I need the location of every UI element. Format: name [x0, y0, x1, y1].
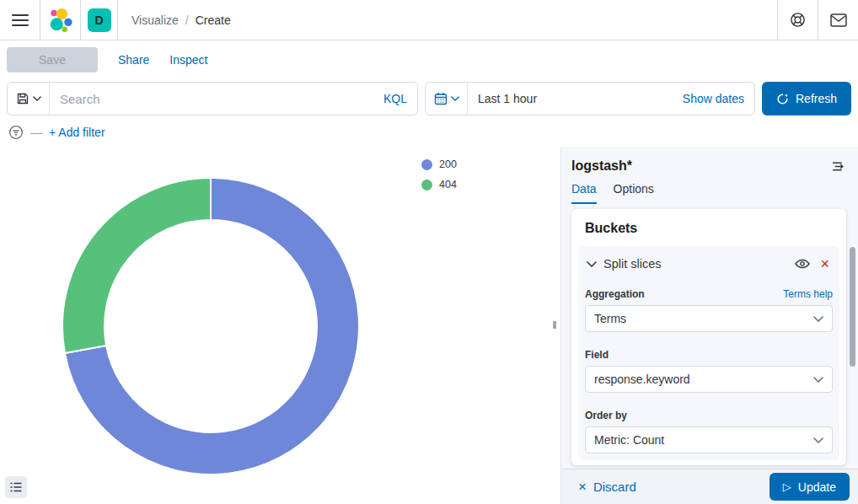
chevron-down-icon: [451, 96, 459, 101]
split-slices-panel: Split slices ×: [578, 246, 839, 460]
refresh-button[interactable]: Refresh: [762, 82, 851, 115]
visualize-toolbar: Save Share Inspect: [0, 40, 858, 79]
query-language-button[interactable]: KQL: [373, 92, 417, 105]
save-button[interactable]: Save: [7, 47, 98, 72]
chevron-down-icon: [587, 261, 597, 267]
field-label: Field: [585, 349, 609, 361]
calendar-icon: [434, 92, 448, 105]
saved-queries-menu-button[interactable]: [8, 83, 50, 115]
aggregation-label-row: Aggregation Terms help: [585, 288, 833, 300]
split-slices-label: Split slices: [603, 257, 786, 271]
update-button[interactable]: ▷ Update: [770, 473, 850, 501]
chevron-down-icon: [33, 96, 41, 101]
space-badge[interactable]: D: [88, 8, 111, 32]
list-icon: [10, 482, 22, 492]
legend-dot-200: [421, 159, 432, 170]
remove-bucket-button[interactable]: ×: [818, 256, 831, 271]
field-select[interactable]: response.keyword: [585, 366, 833, 393]
visualization-chart-area: 200 404: [0, 147, 549, 504]
filter-dash: —: [30, 126, 42, 139]
buckets-card: Buckets Split slices: [571, 209, 846, 465]
menu-right-icon: [832, 161, 846, 172]
refresh-label: Refresh: [796, 92, 837, 105]
main-content: 200 404 ‖ logstash*: [0, 147, 858, 504]
field-label-row: Field: [585, 349, 833, 361]
elastic-logo[interactable]: [40, 0, 81, 40]
save-query-icon: [16, 92, 29, 105]
mail-icon: [830, 13, 847, 27]
newsfeed-button[interactable]: [818, 0, 858, 40]
discard-label: Discard: [593, 480, 636, 494]
time-range-value[interactable]: Last 1 hour: [468, 92, 683, 105]
terms-help-link[interactable]: Terms help: [783, 288, 833, 300]
chart-legend: 200 404: [421, 158, 457, 190]
filter-icon[interactable]: [8, 125, 24, 140]
donut-chart: [59, 174, 362, 478]
play-icon: ▷: [783, 481, 791, 492]
show-dates-button[interactable]: Show dates: [683, 92, 754, 105]
resizer-grip-icon: ‖: [553, 319, 557, 331]
share-link[interactable]: Share: [118, 53, 149, 67]
discard-button[interactable]: × Discard: [578, 480, 636, 494]
elastic-logo-icon: [48, 8, 73, 33]
legend-item-200[interactable]: 200: [421, 158, 457, 170]
refresh-icon: [776, 93, 789, 105]
kibana-visualize-app: D Visualize / Create Save Share Inspect: [0, 0, 858, 504]
order-by-select[interactable]: Metric: Count: [585, 426, 833, 453]
toggle-visibility-button[interactable]: [793, 259, 812, 269]
help-button[interactable]: [777, 0, 818, 40]
date-picker-control: Last 1 hour Show dates: [425, 82, 755, 115]
buckets-title: Buckets: [585, 221, 839, 236]
tab-data[interactable]: Data: [571, 182, 597, 204]
visualization-editor-panel: logstash* Data Options Buckets: [560, 147, 858, 504]
update-label: Update: [798, 480, 836, 494]
hamburger-icon: [12, 13, 29, 27]
chevron-down-icon: [813, 437, 823, 443]
breadcrumb-separator: /: [185, 13, 189, 27]
field-value: response.keyword: [594, 373, 813, 386]
editor-panel-header: logstash*: [561, 147, 858, 174]
index-pattern-title: logstash*: [571, 158, 632, 174]
add-filter-button[interactable]: + Add filter: [49, 126, 105, 139]
legend-label: 404: [439, 179, 457, 190]
legend-toggle-button[interactable]: [5, 476, 27, 498]
aggregation-select[interactable]: Terms: [585, 305, 833, 332]
aggregation-label: Aggregation: [585, 288, 645, 300]
close-icon: ×: [578, 480, 587, 494]
pie-slice-404[interactable]: [62, 178, 211, 353]
editor-panel-body: Buckets Split slices: [561, 204, 858, 469]
legend-label: 200: [439, 158, 457, 170]
tab-options[interactable]: Options: [614, 182, 654, 204]
quick-select-menu-button[interactable]: [426, 83, 468, 115]
editor-footer: × Discard ▷ Update: [561, 469, 858, 504]
breadcrumb: Visualize / Create: [118, 0, 231, 40]
breadcrumb-visualize[interactable]: Visualize: [131, 13, 179, 27]
header-spacer: [231, 0, 777, 40]
search-control: KQL: [7, 82, 418, 115]
chevron-down-icon: [813, 316, 823, 322]
help-icon: [790, 12, 806, 28]
search-input[interactable]: [50, 83, 373, 115]
collapse-panel-button[interactable]: [832, 161, 846, 172]
legend-item-404[interactable]: 404: [421, 179, 457, 190]
legend-dot-404: [421, 180, 432, 190]
aggregation-value: Terms: [594, 312, 813, 325]
menu-button[interactable]: [0, 0, 40, 40]
inspect-link[interactable]: Inspect: [169, 53, 207, 67]
order-by-label-row: Order by: [585, 410, 833, 421]
panel-scrollbar-thumb[interactable]: [850, 247, 855, 367]
order-by-value: Metric: Count: [594, 433, 813, 447]
editor-tabs: Data Options: [561, 174, 858, 204]
panel-resizer-handle[interactable]: ‖: [549, 147, 560, 504]
chevron-down-icon: [813, 377, 823, 383]
space-switcher: D: [81, 0, 118, 40]
split-slices-accordion[interactable]: Split slices ×: [585, 253, 833, 278]
top-navbar: D Visualize / Create: [0, 0, 858, 40]
eye-icon: [795, 259, 810, 269]
breadcrumb-create: Create: [196, 13, 231, 27]
query-bar: KQL Last 1 hour Show dates Refresh: [0, 79, 858, 118]
order-by-label: Order by: [585, 410, 627, 421]
close-icon: ×: [820, 256, 829, 271]
filter-bar: — + Add filter: [0, 118, 858, 147]
